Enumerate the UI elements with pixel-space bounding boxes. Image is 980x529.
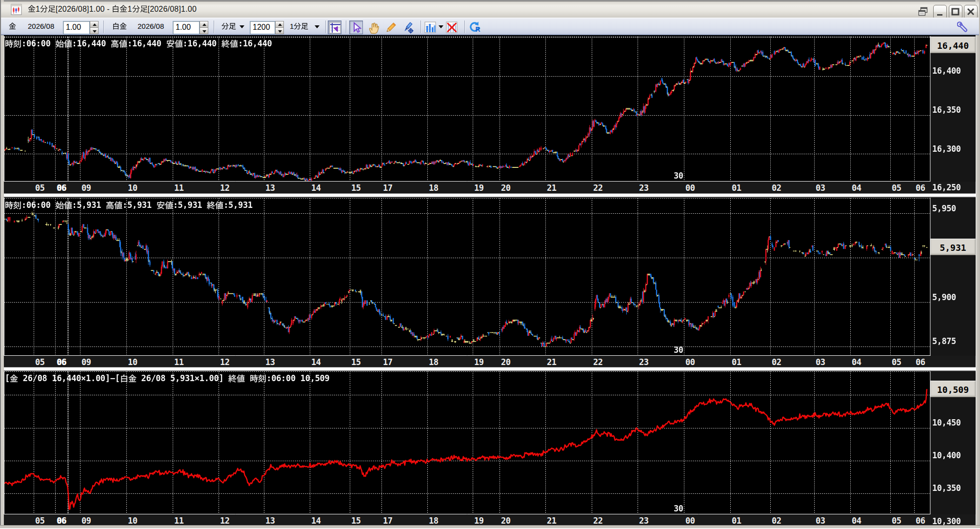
toolbar-separator [103, 20, 104, 33]
pencil-tool-button[interactable] [383, 20, 397, 34]
x-tick-label: 01 [732, 516, 741, 526]
window-border-left [0, 0, 4, 529]
cjk-glyph [112, 22, 120, 30]
x-tick-label: 12 [220, 516, 229, 526]
cjk-glyph [230, 40, 238, 48]
input-value: 1.00 [66, 23, 81, 32]
toolbar: 2026/08 1.00 2026/08 1.00 1200 1 [1, 18, 979, 35]
spin-up-button[interactable] [200, 21, 208, 27]
x-tick-label: 02 [772, 516, 781, 526]
cjk-glyph [106, 201, 114, 209]
maximize-button[interactable] [949, 5, 962, 19]
cjk-glyph [64, 40, 72, 48]
minimize-button[interactable] [933, 5, 947, 19]
close-button[interactable] [964, 5, 978, 19]
x-tick-label: 21 [547, 357, 556, 367]
chevron-down-icon[interactable] [315, 25, 320, 28]
price-axis-label: 5,950 [932, 203, 956, 213]
spin-up-button[interactable] [90, 21, 99, 27]
x-tick-label: 10 [128, 357, 137, 367]
chart-type-button[interactable] [423, 20, 437, 34]
chart-canvas[interactable] [4, 36, 976, 525]
x-tick-label: 06 [57, 357, 66, 367]
svg-text:R: R [476, 25, 480, 33]
spin-up-button[interactable] [275, 21, 284, 27]
cjk-glyph [250, 374, 258, 383]
x-tick-label: 12 [220, 183, 229, 193]
chart-area[interactable]: :06:00 :16,440 :16,440 :16,440 :16,44005… [4, 36, 976, 525]
chevron-down-icon[interactable] [240, 25, 244, 28]
cjk-glyph [166, 40, 175, 48]
price-axis-label: 10,450 [932, 418, 960, 427]
x-tick-label: 06 [916, 183, 925, 193]
bar-count-spinner[interactable] [275, 21, 284, 34]
x-tick-label: 06 [57, 516, 66, 526]
cjk-glyph [157, 201, 165, 209]
platinum-multiplier-spinner[interactable] [200, 21, 208, 34]
window-title: 1[2026/08]1.00 - 1[2026/08]1.00 [28, 5, 197, 14]
x-tick-label: 23 [639, 357, 648, 367]
x-tick-label: 05 [35, 516, 44, 526]
x-tick-label: 18 [429, 357, 438, 367]
price-axis-label: 10,300 [932, 516, 960, 526]
cjk-glyph [13, 201, 21, 209]
input-value: 1.00 [176, 23, 191, 32]
x-tick-label: 19 [474, 183, 483, 193]
chart-cursor-tool-button[interactable] [328, 20, 341, 34]
x-tick-label: 06 [57, 183, 66, 193]
cjk-glyph [119, 40, 127, 48]
cjk-glyph [10, 374, 18, 383]
x-tick-label: 00 [685, 183, 695, 193]
x-tick-label: 14 [311, 183, 320, 193]
x-tick-label: 18 [429, 183, 438, 193]
chevron-down-icon[interactable] [439, 25, 443, 28]
app-window: 1[2026/08]1.00 - 1[2026/08]1.00 2026/08 … [0, 0, 980, 529]
x-tick-label: 15 [351, 183, 360, 193]
price-axis-label: 10,350 [932, 483, 960, 493]
bar-count-input[interactable]: 1200 [250, 21, 275, 34]
cjk-glyph [64, 201, 72, 209]
cjk-glyph [237, 374, 245, 383]
chart-info-platinum-1min: :06:00 :5,931 :5,931 :5,931 :5,931 [5, 200, 253, 210]
pan-hand-tool-button[interactable] [366, 20, 380, 34]
select-cursor-tool-button[interactable] [349, 20, 363, 34]
gold-multiplier-spinner[interactable] [90, 21, 99, 34]
toolbar-separator [214, 20, 215, 33]
x-tick-label: 21 [547, 516, 556, 526]
x-tick-label: 00 [685, 516, 695, 526]
cjk-glyph [28, 5, 36, 13]
spin-down-icon [278, 30, 282, 33]
platinum-multiplier-input[interactable]: 1.00 [173, 21, 200, 34]
cjk-glyph [229, 22, 236, 30]
window-border-bottom [0, 525, 980, 529]
current-price-value: 10,509 [931, 385, 975, 395]
mdi-restore-button[interactable] [917, 7, 930, 17]
gold-multiplier-input[interactable]: 1.00 [63, 21, 90, 34]
cjk-glyph [221, 40, 230, 48]
cjk-glyph [175, 40, 183, 48]
x-tick-label: 18 [429, 516, 438, 526]
cjk-glyph [258, 374, 266, 383]
input-value: 1200 [253, 23, 270, 32]
x-tick-label: 23 [639, 183, 648, 193]
spin-down-button[interactable] [200, 27, 208, 34]
x-tick-label: 01 [732, 183, 741, 193]
cjk-glyph [301, 22, 308, 30]
x-tick-label: 22 [593, 516, 602, 526]
clear-drawings-button[interactable] [445, 20, 459, 34]
toolbar-separator [464, 20, 465, 33]
x-tick-label: 09 [81, 357, 91, 367]
interval-dropdown[interactable]: 1 [290, 22, 308, 30]
reload-button[interactable]: R [467, 20, 481, 34]
pane-separator[interactable] [4, 367, 976, 371]
spin-down-button[interactable] [275, 27, 284, 34]
settings-wrench-button[interactable] [957, 21, 970, 33]
cjk-glyph [128, 374, 137, 383]
pen-marker-tool-button[interactable] [400, 20, 414, 34]
pane-separator[interactable] [4, 193, 976, 198]
x-tick-label: 20 [501, 357, 510, 367]
x-tick-label: 05 [35, 183, 44, 193]
bar-type-dropdown[interactable] [221, 22, 236, 30]
spin-down-button[interactable] [90, 27, 99, 34]
x-tick-label: 15 [351, 516, 360, 526]
